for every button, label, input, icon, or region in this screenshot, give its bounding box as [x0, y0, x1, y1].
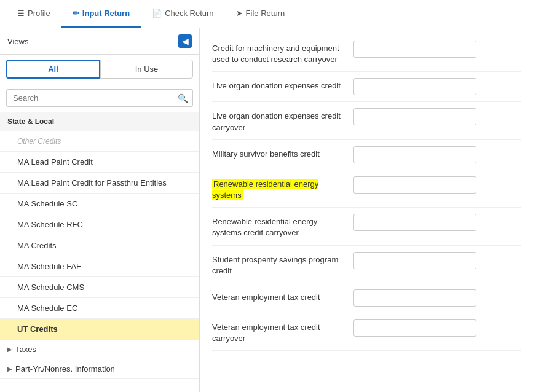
input-credit-machinery[interactable]	[353, 41, 476, 58]
input-renewable-carryover[interactable]	[353, 214, 476, 231]
search-input[interactable]	[6, 89, 193, 107]
sidebar-group-taxes[interactable]: ▶ Taxes	[0, 340, 199, 359]
profile-icon: ☰	[17, 9, 25, 18]
search-icon: 🔍	[178, 93, 188, 103]
sidebar: Views ◀ All In Use 🔍 State & Local Other…	[0, 28, 200, 392]
search-wrapper: 🔍	[0, 84, 199, 112]
file-return-icon: ➤	[236, 9, 243, 18]
input-veteran-employment[interactable]	[353, 289, 476, 307]
taxes-expand-icon: ▶	[7, 346, 12, 353]
label-renewable-highlighted: Renewable residential energy systems	[212, 179, 318, 200]
form-row-renewable: Renewable residential energy systems	[212, 170, 521, 208]
form-row-veteran-employment-carryover: Veteran employment tax credit carryover	[212, 313, 521, 351]
view-inuse-button[interactable]: In Use	[100, 60, 193, 79]
top-nav: ☰ Profile ✏ Input Return 📄 Check Return …	[0, 0, 533, 28]
views-title: Views	[7, 37, 28, 46]
input-live-organ[interactable]	[353, 78, 476, 95]
label-veteran-employment: Veteran employment tax credit	[212, 289, 347, 303]
label-live-organ: Live organ donation expenses credit	[212, 78, 347, 92]
input-veteran-employment-carryover[interactable]	[353, 319, 476, 337]
sidebar-item-ma-schedule-ec[interactable]: MA Schedule EC	[0, 298, 199, 319]
section-title: State & Local	[0, 112, 199, 131]
part-yr-expand-icon: ▶	[7, 366, 12, 372]
input-return-icon: ✏	[73, 9, 79, 18]
sidebar-item-ma-lead-paint[interactable]: MA Lead Paint Credit	[0, 152, 199, 173]
tab-input-return-label: Input Return	[82, 9, 130, 18]
input-renewable[interactable]	[353, 176, 476, 194]
sidebar-item-ma-schedule-rfc[interactable]: MA Schedule RFC	[0, 214, 199, 235]
form-row-credit-machinery: Credit for machinery and equipment used …	[212, 34, 521, 72]
collapse-button[interactable]: ◀	[178, 34, 192, 48]
tab-check-return[interactable]: 📄 Check Return	[141, 0, 224, 28]
label-veteran-employment-carryover: Veteran employment tax credit carryover	[212, 319, 347, 344]
content-area: Credit for machinery and equipment used …	[200, 28, 533, 392]
check-return-icon: 📄	[152, 9, 162, 18]
sidebar-item-ma-credits[interactable]: MA Credits	[0, 235, 199, 256]
tab-profile-label: Profile	[28, 9, 50, 18]
tab-file-return[interactable]: ➤ File Return	[225, 0, 296, 28]
input-military-survivor[interactable]	[353, 146, 476, 163]
form-row-student-prosperity: Student prosperity savings program credi…	[212, 246, 521, 283]
form-row-renewable-carryover: Renewable residential energy systems cre…	[212, 208, 521, 245]
tab-file-return-label: File Return	[246, 9, 285, 18]
form-row-military-survivor: Military survivor benefits credit	[212, 140, 521, 170]
sidebar-list: State & Local Other Credits MA Lead Pain…	[0, 112, 199, 392]
form-row-live-organ: Live organ donation expenses credit	[212, 72, 521, 102]
main-layout: Views ◀ All In Use 🔍 State & Local Other…	[0, 28, 533, 392]
sidebar-header: Views ◀	[0, 28, 199, 55]
tab-input-return[interactable]: ✏ Input Return	[61, 0, 141, 28]
view-all-button[interactable]: All	[6, 60, 100, 79]
label-live-organ-carryover: Live organ donation expenses credit carr…	[212, 108, 347, 133]
collapse-icon: ◀	[182, 36, 189, 46]
form-row-live-organ-carryover: Live organ donation expenses credit carr…	[212, 102, 521, 139]
sidebar-item-ma-schedule-sc[interactable]: MA Schedule SC	[0, 194, 199, 214]
view-toggle: All In Use	[0, 55, 199, 84]
sidebar-item-other-credits[interactable]: Other Credits	[0, 131, 199, 152]
label-renewable: Renewable residential energy systems	[212, 176, 347, 201]
label-renewable-carryover: Renewable residential energy systems cre…	[212, 214, 347, 238]
sidebar-group-part-yr[interactable]: ▶ Part-Yr./Nonres. Information	[0, 359, 199, 379]
sidebar-item-ma-schedule-cms[interactable]: MA Schedule CMS	[0, 277, 199, 298]
tab-check-return-label: Check Return	[165, 9, 213, 18]
label-military-survivor: Military survivor benefits credit	[212, 146, 347, 160]
form-row-veteran-employment: Veteran employment tax credit	[212, 283, 521, 313]
input-student-prosperity[interactable]	[353, 252, 476, 269]
tab-profile[interactable]: ☰ Profile	[6, 0, 61, 28]
label-student-prosperity: Student prosperity savings program credi…	[212, 252, 347, 276]
label-credit-machinery: Credit for machinery and equipment used …	[212, 41, 347, 65]
sidebar-item-ut-credits[interactable]: UT Credits	[0, 319, 199, 340]
sidebar-item-ma-schedule-faf[interactable]: MA Schedule FAF	[0, 256, 199, 277]
sidebar-item-ma-lead-paint-passthru[interactable]: MA Lead Paint Credit for Passthru Entiti…	[0, 173, 199, 194]
input-live-organ-carryover[interactable]	[353, 108, 476, 125]
